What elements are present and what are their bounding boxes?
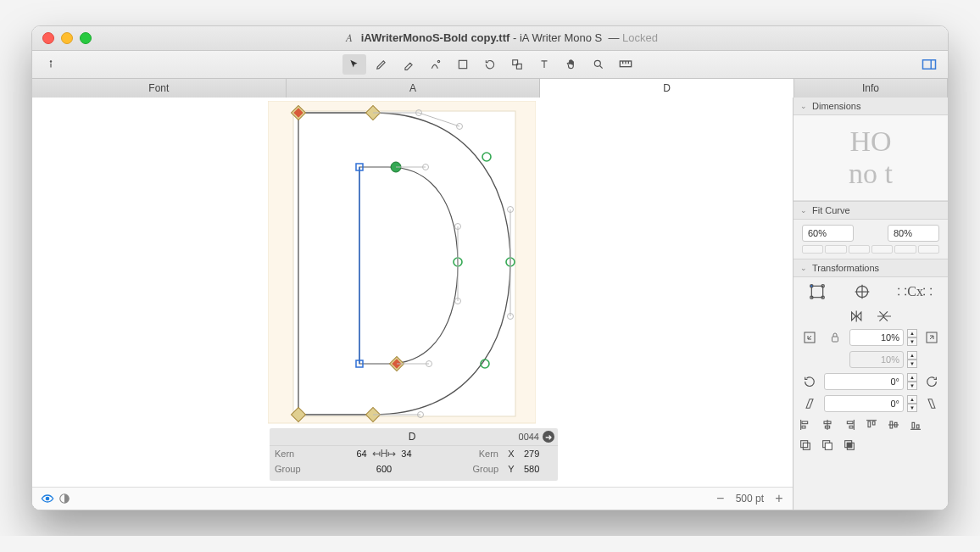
slant-right-icon[interactable]	[921, 394, 943, 413]
kern-right-label: Kern	[443, 449, 498, 459]
scale-up-icon[interactable]	[921, 328, 943, 347]
tab-row: Font A D Info	[32, 79, 948, 98]
kern-right-value[interactable]: 34	[401, 449, 411, 459]
contrast-icon[interactable]	[56, 488, 73, 509]
path-intersect-icon[interactable]	[843, 438, 861, 459]
doc-icon: 𝐴	[346, 31, 353, 44]
scale-stepper[interactable]: ▲▼	[907, 329, 917, 346]
next-glyph-icon[interactable]: ➜	[543, 431, 554, 443]
window-controls	[42, 32, 92, 44]
toggle-sidebar-icon[interactable]	[917, 54, 941, 75]
title-bar: 𝐴 iAWriterMonoS-Bold copy.ttf - iA Write…	[32, 26, 948, 51]
erase-tool[interactable]	[397, 54, 420, 75]
tab-info[interactable]: Info	[794, 79, 948, 98]
svg-rect-60	[868, 421, 871, 427]
scale-tool[interactable]	[505, 54, 529, 75]
minimize-button[interactable]	[61, 32, 73, 44]
chevron-down-icon: ⌄	[800, 264, 807, 272]
svg-rect-67	[803, 443, 810, 449]
coord-y-value: 580	[524, 464, 558, 474]
group-value[interactable]: 600	[326, 464, 443, 474]
coord-x-label: X	[498, 449, 524, 459]
scale-y-input[interactable]: 10%	[849, 351, 904, 368]
fitcurve-high-input[interactable]: 80%	[888, 225, 939, 242]
slant-stepper[interactable]: ▲▼	[907, 395, 917, 412]
text-tool[interactable]	[532, 54, 556, 75]
rotate-tool[interactable]	[478, 54, 502, 75]
zoom-button[interactable]	[80, 32, 92, 44]
tab-d[interactable]: D	[540, 79, 794, 98]
group-left-label: Group	[270, 464, 326, 474]
transform-origin-icon[interactable]	[851, 282, 873, 301]
glyph-d-outline	[268, 101, 536, 427]
info-icon[interactable]	[39, 54, 63, 75]
align-bottom-icon[interactable]	[909, 418, 927, 438]
zoom-level[interactable]: 500 pt	[736, 493, 764, 505]
svg-rect-58	[847, 421, 853, 424]
hand-tool[interactable]	[560, 54, 583, 75]
title-family: iA Writer Mono S	[520, 31, 602, 44]
rotate-stepper[interactable]: ▲▼	[907, 373, 917, 390]
primitive-tool[interactable]	[451, 54, 475, 75]
svg-point-46	[810, 285, 813, 287]
fitcurve-steps[interactable]	[793, 245, 948, 259]
section-transformations[interactable]: ⌄ Transformations	[793, 259, 948, 277]
slant-left-icon[interactable]	[799, 394, 821, 413]
close-button[interactable]	[42, 32, 54, 44]
title-status: Locked	[622, 31, 658, 44]
align-right-icon[interactable]	[843, 418, 861, 438]
transform-grid-icon[interactable]	[806, 282, 828, 301]
svg-rect-66	[801, 441, 808, 448]
svg-rect-72	[847, 443, 851, 447]
draw-tool[interactable]	[424, 54, 448, 75]
scale-down-icon[interactable]	[799, 328, 821, 347]
svg-rect-7	[923, 60, 936, 70]
glyph-info-panel: D 0044 ➜ Kern 64 ↤H↦ 34 Kern X 279	[270, 428, 558, 481]
svg-rect-55	[802, 426, 805, 428]
tab-font[interactable]: Font	[32, 79, 287, 98]
rotate-ccw-icon[interactable]	[799, 372, 821, 391]
mirror-horizontal-icon[interactable]	[849, 309, 866, 323]
svg-point-0	[50, 61, 51, 62]
slant-input[interactable]: 0°	[824, 395, 904, 412]
path-subtract-icon[interactable]	[821, 438, 839, 459]
align-top-icon[interactable]	[865, 418, 883, 438]
status-bar: − 500 pt +	[32, 487, 793, 510]
lock-icon[interactable]	[824, 328, 846, 347]
rotate-cw-icon[interactable]	[921, 372, 943, 391]
tab-a[interactable]: A	[287, 79, 541, 98]
svg-rect-64	[912, 422, 915, 428]
group-right-label: Group	[443, 464, 498, 474]
svg-rect-69	[825, 443, 832, 449]
path-union-icon[interactable]	[799, 438, 817, 459]
glyph-canvas[interactable]: D 0044 ➜ Kern 64 ↤H↦ 34 Kern X 279	[32, 98, 793, 510]
rotate-input[interactable]: 0°	[824, 373, 904, 390]
scale-y-stepper[interactable]: ▲▼	[907, 351, 917, 368]
section-dimensions[interactable]: ⌄ Dimensions	[793, 98, 948, 115]
measure-tool[interactable]	[614, 54, 638, 75]
zoom-tool[interactable]	[587, 54, 610, 75]
align-left-icon[interactable]	[799, 418, 817, 438]
preview-eye-icon[interactable]	[39, 488, 56, 509]
mirror-vertical-icon[interactable]	[876, 309, 893, 323]
section-fit-curve[interactable]: ⌄ Fit Curve	[793, 201, 948, 220]
align-row	[799, 418, 943, 438]
coord-y-label: Y	[498, 464, 524, 474]
window-title: 𝐴 iAWriterMonoS-Bold copy.ttf - iA Write…	[107, 31, 897, 45]
chevron-down-icon: ⌄	[800, 206, 807, 215]
zoom-in-button[interactable]: +	[772, 491, 786, 506]
zoom-out-button[interactable]: −	[714, 491, 727, 506]
select-tool[interactable]	[342, 54, 366, 75]
pen-tool[interactable]	[370, 54, 393, 75]
align-hcenter-icon[interactable]	[821, 418, 839, 438]
kern-left-value[interactable]: 64	[356, 449, 366, 459]
svg-rect-54	[802, 421, 808, 424]
align-vcenter-icon[interactable]	[887, 418, 905, 438]
coord-x-value: 279	[524, 449, 558, 459]
transform-capheight-icon[interactable]: ⸬Cx⸬	[896, 282, 935, 301]
title-file: iAWriterMonoS-Bold copy.ttf	[361, 31, 510, 44]
glyph-unicode[interactable]: 0044 ➜	[495, 431, 558, 443]
dimensions-preview[interactable]: HO no t	[793, 115, 948, 201]
fitcurve-low-input[interactable]: 60%	[802, 225, 854, 242]
scale-x-input[interactable]: 10%	[849, 329, 904, 346]
